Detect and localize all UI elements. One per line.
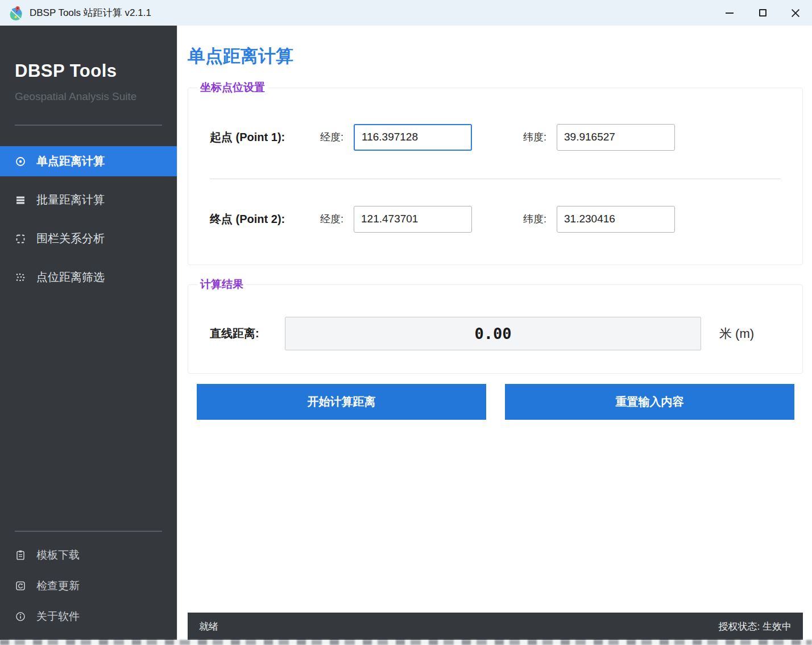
statusbar: 就绪 授权状态: 生效中 — [188, 613, 803, 640]
desktop-edge-strip — [0, 640, 812, 645]
coords-groupbox: 坐标点位设置 起点 (Point 1): 经度: 纬度: 终点 (Point 2… — [188, 88, 803, 265]
template-download-icon — [15, 549, 26, 561]
result-groupbox: 计算结果 直线距离: 0.00 米 (m) — [188, 284, 803, 374]
result-value-field: 0.00 — [285, 317, 701, 350]
point1-lng-label: 经度: — [320, 130, 343, 144]
point1-lat-input[interactable] — [557, 124, 675, 151]
sidebar-footer-divider — [15, 531, 162, 532]
main-content: 单点距离计算 坐标点位设置 起点 (Point 1): 经度: 纬度: — [177, 26, 812, 640]
point1-lat-label: 纬度: — [523, 130, 546, 144]
point2-row: 终点 (Point 2): 经度: 纬度: — [200, 202, 791, 236]
point2-label: 终点 (Point 2): — [200, 212, 320, 227]
coords-group-legend: 坐标点位设置 — [197, 80, 268, 95]
point1-lng-input[interactable] — [354, 124, 472, 151]
brand-subtitle: Geospatial Analysis Suite — [15, 90, 162, 103]
nav-item-label: 单点距离计算 — [36, 154, 105, 169]
about-info-icon — [15, 611, 26, 622]
nav-item-point-filter[interactable]: 点位距离筛选 — [0, 262, 177, 292]
footer-item-check-update[interactable]: 检查更新 — [0, 570, 177, 601]
rows-icon — [15, 195, 26, 206]
result-label: 直线距离: — [200, 326, 285, 341]
status-ready-text: 就绪 — [199, 620, 218, 633]
nav-item-fence-analysis[interactable]: 围栏关系分析 — [0, 224, 177, 254]
sidebar-divider — [15, 125, 162, 126]
minimize-button[interactable] — [713, 0, 746, 26]
brand-title: DBSP Tools — [15, 61, 162, 81]
close-button[interactable] — [779, 0, 812, 26]
footer-item-label: 检查更新 — [36, 578, 80, 593]
point2-lng-label: 经度: — [320, 212, 343, 226]
point2-lat-input[interactable] — [557, 206, 675, 233]
points-separator — [210, 179, 781, 179]
reset-button[interactable]: 重置输入内容 — [505, 384, 794, 420]
window-controls — [713, 0, 812, 26]
page-title: 单点距离计算 — [188, 44, 803, 68]
titlebar: DBSP Tools 站距计算 v2.1.1 — [0, 0, 812, 26]
license-status-text: 授权状态: 生效中 — [719, 620, 792, 633]
window-title: DBSP Tools 站距计算 v2.1.1 — [30, 6, 151, 19]
maximize-icon — [759, 9, 767, 16]
nav-item-label: 点位距离筛选 — [36, 270, 105, 285]
app-logo-icon — [8, 5, 24, 21]
nav-item-single-distance[interactable]: 单点距离计算 — [0, 146, 177, 176]
action-button-row: 开始计算距离 重置输入内容 — [197, 384, 794, 420]
point2-lng-input[interactable] — [354, 206, 472, 233]
nav-item-label: 围栏关系分析 — [36, 231, 105, 246]
close-icon — [791, 9, 800, 18]
result-row: 直线距离: 0.00 米 (m) — [200, 317, 791, 350]
fence-icon — [15, 233, 26, 245]
sidebar-nav: 单点距离计算 批量距离计算 围栏关系分析 — [0, 146, 177, 301]
check-update-icon — [15, 580, 26, 592]
footer-item-label: 模板下载 — [36, 548, 80, 563]
footer-item-label: 关于软件 — [36, 609, 80, 624]
sidebar: DBSP Tools Geospatial Analysis Suite 单点距… — [0, 26, 177, 640]
footer-item-template-download[interactable]: 模板下载 — [0, 540, 177, 570]
nav-item-batch-distance[interactable]: 批量距离计算 — [0, 185, 177, 215]
nav-item-label: 批量距离计算 — [36, 192, 105, 208]
point1-label: 起点 (Point 1): — [200, 130, 320, 145]
minimize-icon — [726, 13, 734, 14]
result-unit-label: 米 (m) — [719, 325, 754, 342]
app-window: DBSP Tools 站距计算 v2.1.1 DBSP Tools Geospa… — [0, 0, 812, 645]
target-icon — [15, 156, 26, 167]
dots-filter-icon — [15, 272, 26, 283]
point1-row: 起点 (Point 1): 经度: 纬度: — [200, 120, 791, 154]
point2-lat-label: 纬度: — [523, 212, 546, 226]
footer-item-about[interactable]: 关于软件 — [0, 601, 177, 632]
maximize-button[interactable] — [746, 0, 779, 26]
calculate-button[interactable]: 开始计算距离 — [197, 384, 486, 420]
result-group-legend: 计算结果 — [197, 277, 246, 292]
